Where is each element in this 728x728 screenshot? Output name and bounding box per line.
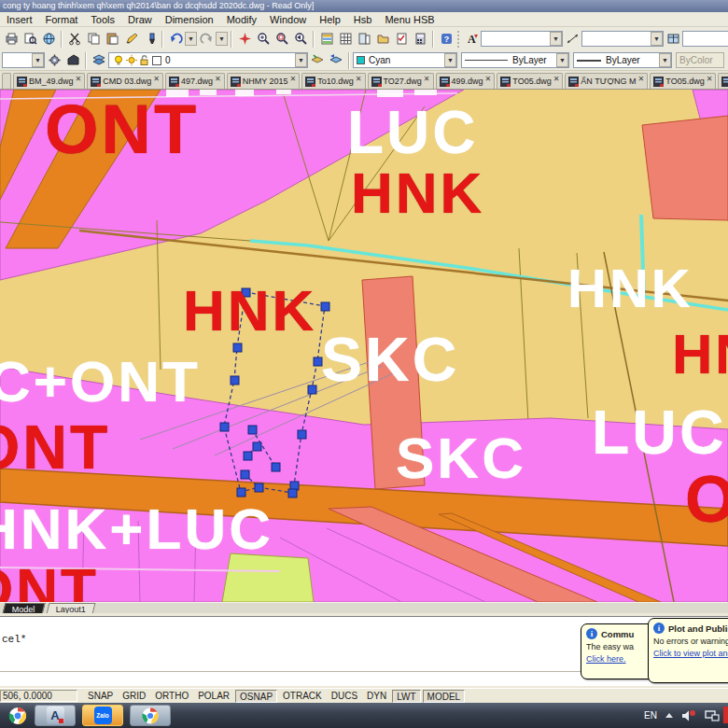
toggle-lwt[interactable]: LWT	[392, 690, 420, 703]
zone-label[interactable]: LUC	[592, 401, 727, 463]
doc-tab[interactable]: bm_58.dwg✕	[718, 73, 728, 89]
layer-properties-button[interactable]	[317, 30, 336, 48]
undo-button[interactable]	[166, 30, 185, 48]
gear-icon[interactable]	[45, 51, 63, 69]
layers-stack-icon[interactable]	[90, 51, 108, 69]
match-properties-button[interactable]	[140, 30, 159, 48]
chrome-icon[interactable]	[7, 706, 28, 726]
tab-layout1[interactable]: Layout1	[46, 603, 95, 614]
zoom-previous-button[interactable]	[291, 30, 310, 48]
table-style-button[interactable]	[336, 30, 355, 48]
tab-close-icon[interactable]: ✕	[424, 75, 430, 83]
toggle-polar[interactable]: POLAR	[194, 690, 233, 703]
tab-model[interactable]: Model	[3, 603, 46, 614]
toggle-ducs[interactable]: DUCS	[328, 690, 361, 703]
lineweight-control-combo[interactable]: ByLayer ▼	[573, 52, 672, 68]
doc-tab[interactable]: 497.dwg✕	[165, 73, 225, 89]
zone-label[interactable]: O	[685, 467, 728, 532]
drawing-canvas[interactable]: ONT LUC HNK HNK SKC HNK HN C+ONT ONT SKC…	[0, 90, 728, 602]
tab-close-icon[interactable]: ✕	[638, 75, 645, 83]
tab-close-icon[interactable]: ✕	[290, 75, 297, 83]
pencil-edit-button[interactable]	[121, 30, 140, 48]
text-style-icon[interactable]: A	[462, 30, 481, 48]
toggle-grid[interactable]: GRID	[119, 690, 149, 703]
tab-close-icon[interactable]: ✕	[707, 75, 713, 83]
language-indicator[interactable]: EN	[644, 710, 657, 721]
doc-tab[interactable]: TO05.dwg✕	[650, 73, 716, 89]
menu-help[interactable]: Help	[313, 12, 347, 27]
undo-dropdown-arrow[interactable]: ▼	[185, 32, 197, 46]
toggle-dyn[interactable]: DYN	[363, 690, 390, 703]
tab-close-icon[interactable]: ✕	[76, 75, 82, 83]
layer-combo-arrow[interactable]: ▼	[295, 53, 307, 67]
zone-label[interactable]: LUC	[347, 103, 479, 162]
menu-draw[interactable]: Draw	[121, 12, 159, 27]
balloon-link[interactable]: Click here.	[586, 654, 626, 664]
doc-tab[interactable]: CMD 03.dwg✕	[87, 73, 163, 89]
taskbar-autocad-button[interactable]: A	[35, 705, 76, 726]
sheet-set-manager-button[interactable]	[373, 30, 392, 48]
toggle-ortho[interactable]: ORTHO	[151, 690, 192, 703]
lineweight-combo-arrow[interactable]: ▼	[659, 53, 671, 67]
zone-label[interactable]: HNK	[567, 261, 693, 315]
menu-dimension[interactable]: Dimension	[159, 12, 220, 27]
zone-label[interactable]: ONT	[0, 560, 99, 602]
menu-hsb[interactable]: Hsb	[347, 12, 379, 27]
doc-tab[interactable]: BM_49.dwg✕	[13, 73, 85, 89]
table-style-icon2[interactable]	[664, 30, 682, 48]
calculator-button[interactable]	[411, 30, 429, 48]
balloon-link[interactable]: Click to view plot and publ	[653, 649, 728, 658]
color-control-combo[interactable]: Cyan ▼	[353, 52, 457, 68]
menu-modify[interactable]: Modify	[220, 12, 263, 27]
network-icon[interactable]	[705, 709, 720, 721]
workspace-combo-arrow[interactable]: ▼	[32, 53, 44, 67]
doc-tab[interactable]: NHMY 2015✕	[227, 73, 301, 89]
volume-icon[interactable]	[681, 709, 696, 722]
doc-tab[interactable]: To10.dwg✕	[301, 73, 365, 89]
doc-tab[interactable]: TO27.dwg✕	[368, 73, 434, 89]
menu-format[interactable]: Format	[39, 12, 85, 27]
toggle-osnap[interactable]: OSNAP	[235, 690, 277, 703]
copy-button[interactable]	[84, 30, 103, 48]
menu-insert[interactable]: Insert	[0, 12, 39, 27]
paste-button[interactable]	[103, 30, 121, 48]
table-style-combo[interactable]: ▼	[682, 31, 728, 47]
layer-previous-icon[interactable]	[327, 51, 345, 69]
pan-realtime-button[interactable]	[235, 30, 254, 48]
zone-label[interactable]: SKC	[321, 329, 459, 390]
linetype-control-combo[interactable]: ByLayer ▼	[461, 52, 569, 68]
redo-button[interactable]	[197, 30, 216, 48]
toggle-otrack[interactable]: OTRACK	[279, 690, 326, 703]
coordinate-readout[interactable]: 506, 0.0000	[0, 690, 77, 702]
dim-style-combo[interactable]: ▼	[581, 31, 664, 47]
zone-label[interactable]: HN	[672, 327, 728, 383]
tab-close-icon[interactable]: ✕	[215, 75, 221, 83]
menu-window[interactable]: Window	[263, 12, 313, 27]
zone-label[interactable]: HNK	[351, 164, 484, 222]
markup-set-manager-button[interactable]	[392, 30, 411, 48]
toggle-model[interactable]: MODEL	[423, 690, 466, 703]
taskbar-chrome-button[interactable]	[130, 705, 171, 726]
zone-label[interactable]: SKC	[396, 429, 526, 487]
menu-tools[interactable]: Tools	[84, 12, 121, 27]
toolbar-grip[interactable]	[457, 31, 460, 48]
workspace-combo[interactable]: ▼	[2, 52, 45, 68]
tab-close-icon[interactable]: ✕	[553, 75, 560, 83]
toggle-snap[interactable]: SNAP	[84, 690, 117, 703]
layer-combo[interactable]: 0 ▼	[108, 52, 308, 68]
help-button[interactable]: ?	[437, 30, 455, 48]
doc-tab[interactable]: ẤN TƯỢNG M✕	[565, 73, 648, 89]
doc-tab[interactable]: TO05.dwg✕	[497, 73, 563, 89]
cut-button[interactable]	[65, 30, 84, 48]
menu-menu-hsb[interactable]: Menu HSB	[378, 12, 441, 27]
properties-palette-button[interactable]	[355, 30, 373, 48]
zoom-window-button[interactable]	[273, 30, 291, 48]
dim-style-icon[interactable]	[563, 30, 581, 48]
zone-label[interactable]: C+ONT	[0, 353, 201, 411]
zone-label[interactable]: HNK	[183, 282, 316, 340]
zone-label[interactable]: ONT	[0, 416, 110, 478]
redo-dropdown-arrow[interactable]: ▼	[216, 32, 228, 46]
plot-button[interactable]	[2, 30, 21, 48]
doc-tab-partial[interactable]	[2, 73, 11, 89]
tab-close-icon[interactable]: ✕	[153, 75, 160, 83]
